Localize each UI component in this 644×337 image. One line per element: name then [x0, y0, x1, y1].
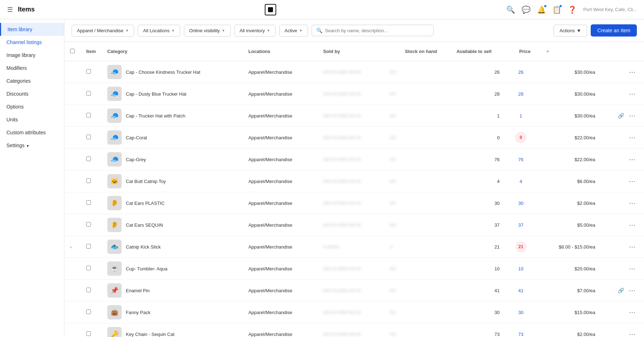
more-options-btn[interactable]: ⋯ [626, 241, 638, 252]
price-column-header: Price [506, 42, 536, 61]
create-item-btn[interactable]: Create an Item [591, 24, 637, 37]
available-link[interactable]: 76 [518, 157, 523, 162]
available-link[interactable]: 26 [518, 69, 523, 75]
more-options-btn[interactable]: ⋯ [626, 263, 638, 274]
clipboard-icon[interactable]: 📋 [552, 5, 561, 14]
row-checkbox-cell [80, 105, 102, 127]
category-filter-btn[interactable]: Apparel / Merchandise ▼ [72, 25, 134, 37]
stock-cell: 4 [443, 170, 505, 192]
row-checkbox[interactable] [86, 222, 91, 227]
more-options-btn[interactable]: ⋯ [626, 329, 638, 337]
stock-cell: 76 [443, 149, 505, 170]
category-cell: Apparel/Merchandise [243, 258, 317, 280]
visibility-filter-btn[interactable]: Online visibility ▼ [184, 25, 231, 37]
more-options-btn[interactable]: ⋯ [626, 132, 638, 143]
sidebar-item-image-library[interactable]: Image library [0, 49, 64, 62]
item-name: Catnip Kick Stick [126, 244, 161, 250]
status-filter-btn[interactable]: Active ▼ [279, 25, 308, 37]
add-column-btn[interactable]: ＋ [542, 46, 553, 57]
expand-cell: › [64, 236, 80, 258]
row-checkbox[interactable] [86, 200, 91, 205]
sidebar-item-item-library[interactable]: Item library [0, 23, 64, 36]
row-checkbox-cell [80, 214, 102, 236]
help-icon[interactable]: ❓ [568, 5, 577, 14]
search-icon[interactable]: 🔍 [506, 5, 515, 14]
row-checkbox[interactable] [86, 91, 91, 96]
row-checkbox[interactable] [86, 309, 91, 314]
sidebar-item-units[interactable]: Units [0, 113, 64, 126]
clipboard-dot [559, 5, 562, 8]
chat-icon[interactable]: 💬 [522, 5, 531, 14]
more-options-btn[interactable]: ⋯ [626, 67, 638, 77]
table-row: 🧢 Cap-Coral Apparel/Merchandise ••••• ••… [64, 127, 644, 149]
item-cell: 🧢 Cap-Grey [102, 149, 243, 170]
item-name: Cat Butt Catnip Toy [126, 179, 166, 184]
row-checkbox[interactable] [86, 331, 91, 336]
row-checkbox[interactable] [86, 178, 91, 183]
available-link[interactable]: 37 [518, 222, 523, 228]
available-link[interactable]: 30 [518, 201, 523, 206]
sidebar-item-settings[interactable]: Settings ▼ [0, 139, 64, 152]
user-avatar[interactable]: Port West Key, Cafe, Cli... [583, 7, 637, 12]
stock-cell: 37 [443, 214, 505, 236]
more-options-btn[interactable]: ⋯ [626, 154, 638, 165]
locations-cell: ••••• ••• ••••••• •••• ••• [317, 214, 384, 236]
row-actions-cell: ⋯ [601, 236, 644, 258]
available-link[interactable]: 28 [518, 91, 523, 97]
more-options-btn[interactable]: ⋯ [626, 198, 638, 208]
row-checkbox[interactable] [86, 288, 91, 292]
sidebar-item-categories[interactable]: Categories [0, 74, 64, 87]
row-checkbox[interactable] [86, 266, 91, 270]
available-link[interactable]: 73 [518, 332, 523, 337]
more-options-btn[interactable]: ⋯ [626, 307, 638, 318]
more-options-btn[interactable]: ⋯ [626, 110, 638, 121]
row-checkbox-cell [80, 170, 102, 192]
more-options-btn[interactable]: ⋯ [626, 285, 638, 296]
table-row: ☕ Cup- Tumbler- Aqua Apparel/Merchandise… [64, 258, 644, 280]
item-cell: 🔑 Key Chain - Sequin Cat [102, 323, 243, 337]
row-checkbox[interactable] [86, 157, 91, 161]
add-column-header: ＋ [536, 42, 601, 61]
sidebar-item-discounts[interactable]: Discounts [0, 87, 64, 100]
locations-cell: ••••• ••• ••••••• •••• ••• [317, 61, 384, 83]
sold-by-cell: •••• [384, 302, 443, 323]
inventory-filter-btn[interactable]: All inventory ▼ [234, 25, 276, 37]
sidebar-item-modifiers[interactable]: Modifiers [0, 62, 64, 74]
available-link[interactable]: 30 [518, 310, 523, 315]
sold-by-cell: •••• [384, 149, 443, 170]
sold-by-cell: •••• [384, 214, 443, 236]
sidebar-item-options[interactable]: Options [0, 100, 64, 113]
menu-icon[interactable]: ☰ [7, 6, 13, 14]
more-options-btn[interactable]: ⋯ [626, 220, 638, 230]
category-cell: Apparel/Merchandise [243, 323, 317, 337]
search-input[interactable] [325, 28, 429, 33]
sidebar-item-channel-listings[interactable]: Channel listings [0, 36, 64, 49]
expand-chevron-icon[interactable]: › [70, 245, 72, 250]
item-cell: 🧢 Cap - Dusty Blue Trucker Hat [102, 83, 243, 105]
select-all-checkbox[interactable] [70, 49, 75, 53]
available-link[interactable]: 1 [519, 113, 522, 119]
bell-icon[interactable]: 🔔 [537, 5, 546, 14]
locations-cell: •• •••••••• [317, 236, 384, 258]
sidebar-item-label: Units [6, 117, 18, 122]
item-thumbnail: 🧢 [107, 65, 122, 79]
item-cell: 🐱 Cat Butt Catnip Toy [102, 170, 243, 192]
available-link[interactable]: 4 [519, 179, 522, 184]
row-checkbox[interactable] [86, 244, 91, 249]
table-row: 🧢 Cap - Dusty Blue Trucker Hat Apparel/M… [64, 83, 644, 105]
more-options-btn[interactable]: ⋯ [626, 176, 638, 187]
available-link[interactable]: 10 [518, 266, 523, 271]
available-link[interactable]: 41 [518, 288, 523, 293]
top-nav: ☰ Items 🔍 💬 🔔 📋 ❓ Port West Key, Cafe, C… [0, 0, 644, 19]
row-checkbox[interactable] [86, 69, 91, 74]
actions-btn[interactable]: Actions ▼ [553, 25, 587, 37]
stock-cell: 10 [443, 258, 505, 280]
row-checkbox[interactable] [86, 135, 91, 139]
table-row: 👂 Cat Ears PLASTIC Apparel/Merchandise •… [64, 192, 644, 214]
location-filter-btn[interactable]: All Locations ▼ [138, 25, 180, 37]
sidebar-item-custom-attributes[interactable]: Custom attributes [0, 126, 64, 139]
more-options-btn[interactable]: ⋯ [626, 88, 638, 99]
sidebar-item-label: Categories [6, 78, 31, 84]
sidebar-item-label: Settings [6, 143, 25, 148]
row-checkbox[interactable] [86, 113, 91, 117]
